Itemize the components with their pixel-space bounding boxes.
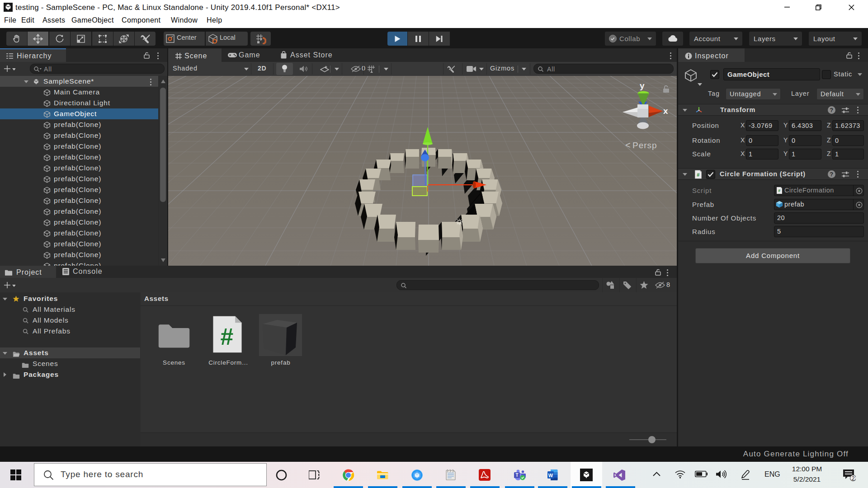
svg-text:W: W xyxy=(548,473,553,478)
svg-text:<: < xyxy=(625,140,631,150)
svg-text:2: 2 xyxy=(852,475,855,482)
svg-text:#: # xyxy=(221,324,235,350)
svg-text:x: x xyxy=(663,106,668,116)
svg-text:T: T xyxy=(515,473,518,478)
svg-text:Persp: Persp xyxy=(632,141,657,150)
svg-text:#: # xyxy=(697,172,700,178)
svg-text:y: y xyxy=(640,81,645,90)
svg-text:#: # xyxy=(778,188,780,193)
